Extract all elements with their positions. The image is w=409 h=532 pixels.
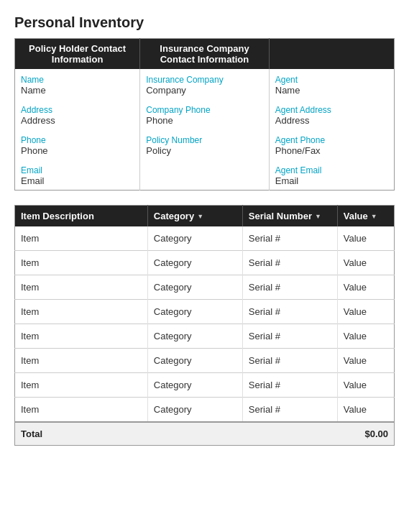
contact-cell-insurance-2: Policy Number Policy bbox=[140, 129, 270, 160]
field-value: Email bbox=[275, 175, 388, 186]
contact-cell-policyholder-2: Phone Phone bbox=[15, 129, 140, 160]
table-row[interactable]: Item Category Serial # Value bbox=[15, 251, 395, 275]
field-value: Address bbox=[275, 115, 388, 126]
field-label: Company Phone bbox=[146, 105, 263, 115]
item-description-0: Item bbox=[15, 226, 148, 251]
item-value-1: Value bbox=[337, 251, 394, 275]
col-label-category: Category bbox=[154, 211, 194, 221]
item-category-1: Category bbox=[147, 251, 242, 275]
field-value: Phone bbox=[21, 145, 134, 156]
contact-cell-insurance-1: Company Phone Phone bbox=[140, 99, 270, 129]
contact-header-policyholder: Policy Holder Contact Information bbox=[15, 39, 140, 70]
contact-cell-policyholder-3: Email Email bbox=[15, 160, 140, 191]
item-value-2: Value bbox=[337, 275, 394, 300]
field-label: Agent bbox=[275, 75, 388, 85]
field-label: Policy Number bbox=[146, 135, 263, 145]
field-label: Phone bbox=[21, 135, 134, 145]
contact-cell-agent-3: Agent Email Email bbox=[269, 160, 394, 191]
field-value: Name bbox=[275, 85, 388, 96]
table-row[interactable]: Item Category Serial # Value bbox=[15, 349, 395, 373]
field-label: Email bbox=[21, 165, 134, 175]
contact-row: Name Name Insurance Company Company Agen… bbox=[15, 69, 395, 99]
field-label: Agent Phone bbox=[275, 135, 388, 145]
field-value: Company bbox=[146, 85, 263, 96]
contact-header-agent bbox=[269, 39, 394, 70]
contact-row: Phone Phone Policy Number Policy Agent P… bbox=[15, 129, 395, 160]
item-value-6: Value bbox=[337, 373, 394, 398]
item-category-6: Category bbox=[147, 373, 242, 398]
contact-cell-agent-2: Agent Phone Phone/Fax bbox=[269, 129, 394, 160]
item-value-7: Value bbox=[337, 398, 394, 423]
item-value-3: Value bbox=[337, 300, 394, 324]
item-value-4: Value bbox=[337, 324, 394, 349]
contact-cell-policyholder-1: Address Address bbox=[15, 99, 140, 129]
contact-cell-insurance-0: Insurance Company Company bbox=[140, 69, 270, 99]
col-header-value[interactable]: Value ▼ bbox=[337, 206, 394, 227]
item-description-1: Item bbox=[15, 251, 148, 275]
total-label: Total bbox=[15, 422, 338, 446]
item-category-7: Category bbox=[147, 398, 242, 423]
item-value-0: Value bbox=[337, 226, 394, 251]
contact-cell-insurance-3 bbox=[140, 160, 270, 191]
contact-cell-agent-0: Agent Name bbox=[269, 69, 394, 99]
item-serial-0: Serial # bbox=[242, 226, 337, 251]
item-category-0: Category bbox=[147, 226, 242, 251]
field-label: Agent Address bbox=[275, 105, 388, 115]
item-category-5: Category bbox=[147, 349, 242, 373]
page-title: Personal Inventory bbox=[14, 14, 395, 31]
contact-header-insurance: Insurance Company Contact Information bbox=[140, 39, 270, 70]
field-label: Insurance Company bbox=[146, 75, 263, 85]
item-serial-6: Serial # bbox=[242, 373, 337, 398]
field-label: Agent Email bbox=[275, 165, 388, 175]
field-value: Name bbox=[21, 85, 134, 96]
contact-cell-policyholder-0: Name Name bbox=[15, 69, 140, 99]
col-label-serial: Serial Number bbox=[249, 211, 312, 221]
contact-cell-agent-1: Agent Address Address bbox=[269, 99, 394, 129]
field-label: Address bbox=[21, 105, 134, 115]
item-description-7: Item bbox=[15, 398, 148, 423]
serial-dropdown-icon[interactable]: ▼ bbox=[315, 213, 321, 220]
field-value: Phone/Fax bbox=[275, 145, 388, 156]
item-description-6: Item bbox=[15, 373, 148, 398]
field-label: Name bbox=[21, 75, 134, 85]
item-category-2: Category bbox=[147, 275, 242, 300]
table-row[interactable]: Item Category Serial # Value bbox=[15, 324, 395, 349]
item-value-5: Value bbox=[337, 349, 394, 373]
inventory-table: Item Description Category ▼ Serial Numbe… bbox=[14, 205, 395, 446]
item-serial-4: Serial # bbox=[242, 324, 337, 349]
contact-row: Email Email Agent Email Email bbox=[15, 160, 395, 191]
col-label-description: Item Description bbox=[21, 211, 94, 221]
table-row[interactable]: Item Category Serial # Value bbox=[15, 275, 395, 300]
item-serial-7: Serial # bbox=[242, 398, 337, 423]
item-serial-1: Serial # bbox=[242, 251, 337, 275]
item-serial-3: Serial # bbox=[242, 300, 337, 324]
table-row[interactable]: Item Category Serial # Value bbox=[15, 398, 395, 423]
col-header-description[interactable]: Item Description bbox=[15, 206, 148, 227]
col-label-value: Value bbox=[344, 211, 368, 221]
table-row[interactable]: Item Category Serial # Value bbox=[15, 373, 395, 398]
table-row[interactable]: Item Category Serial # Value bbox=[15, 226, 395, 251]
item-description-3: Item bbox=[15, 300, 148, 324]
col-header-serial[interactable]: Serial Number ▼ bbox=[242, 206, 337, 227]
field-value: Policy bbox=[146, 145, 263, 156]
item-description-4: Item bbox=[15, 324, 148, 349]
item-category-3: Category bbox=[147, 300, 242, 324]
total-value: $0.00 bbox=[337, 422, 394, 446]
field-value: Phone bbox=[146, 115, 263, 126]
value-dropdown-icon[interactable]: ▼ bbox=[371, 213, 377, 220]
contact-row: Address Address Company Phone Phone Agen… bbox=[15, 99, 395, 129]
contact-table: Policy Holder Contact Information Insura… bbox=[14, 38, 395, 191]
item-serial-2: Serial # bbox=[242, 275, 337, 300]
col-header-category[interactable]: Category ▼ bbox=[147, 206, 242, 227]
item-serial-5: Serial # bbox=[242, 349, 337, 373]
item-description-2: Item bbox=[15, 275, 148, 300]
item-description-5: Item bbox=[15, 349, 148, 373]
field-value: Email bbox=[21, 175, 134, 186]
field-value: Address bbox=[21, 115, 134, 126]
category-dropdown-icon[interactable]: ▼ bbox=[197, 213, 203, 220]
item-category-4: Category bbox=[147, 324, 242, 349]
table-row[interactable]: Item Category Serial # Value bbox=[15, 300, 395, 324]
